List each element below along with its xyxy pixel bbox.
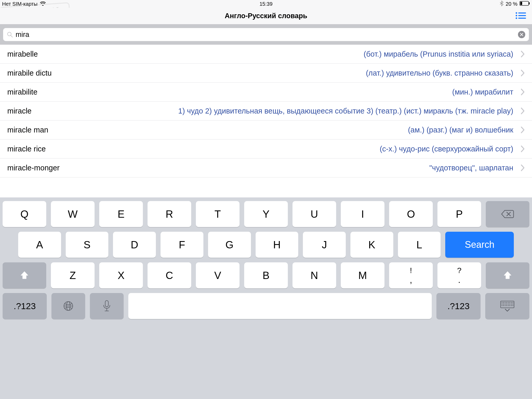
result-definition: (лат.) удивительно (букв. странно сказат… [57, 69, 513, 77]
search-input[interactable] [13, 31, 518, 39]
key-numbers-left[interactable]: .?123 [3, 293, 47, 319]
key-h[interactable]: H [256, 232, 298, 258]
globe-icon [63, 300, 74, 312]
key-i[interactable]: I [341, 201, 384, 227]
key-globe[interactable] [51, 293, 85, 319]
svg-point-7 [516, 17, 517, 19]
svg-rect-8 [518, 18, 526, 19]
microphone-icon [103, 300, 111, 312]
svg-rect-36 [508, 305, 509, 306]
key-p[interactable]: P [437, 201, 481, 227]
svg-rect-32 [502, 305, 502, 306]
clock: 15:39 [178, 1, 354, 7]
key-dictation[interactable] [90, 293, 124, 319]
key-g[interactable]: G [208, 232, 251, 258]
key-a[interactable]: A [18, 232, 61, 258]
svg-rect-1 [529, 2, 530, 4]
key-q[interactable]: Q [3, 201, 46, 227]
svg-rect-23 [513, 302, 513, 303]
onscreen-keyboard: QWERTYUIOP ASDFGHJKLSearch ZXCVBNM!,?. .… [0, 197, 532, 399]
svg-rect-17 [503, 302, 504, 303]
svg-rect-20 [508, 302, 509, 303]
key-o[interactable]: O [389, 201, 433, 227]
svg-rect-39 [513, 305, 513, 306]
key-shift-left[interactable] [3, 262, 46, 288]
key-j[interactable]: J [303, 232, 346, 258]
key-r[interactable]: R [148, 201, 191, 227]
chevron-right-icon [521, 126, 525, 134]
chevron-right-icon [521, 50, 525, 58]
result-definition: (ам.) (разг.) (маг и) волшебник [54, 126, 513, 134]
result-definition: (с-х.) чудо-рис (сверхурожайный сорт) [51, 145, 513, 153]
result-row[interactable]: miracle-monger"чудотворец", шарлатан [0, 158, 532, 177]
key-s[interactable]: S [66, 232, 109, 258]
key-t[interactable]: T [196, 201, 240, 227]
wifi-icon [40, 1, 46, 7]
key-numbers-right[interactable]: .?123 [436, 293, 481, 319]
key-w[interactable]: W [51, 201, 95, 227]
key-d[interactable]: D [113, 232, 156, 258]
svg-rect-31 [513, 304, 513, 304]
key-f[interactable]: F [161, 232, 203, 258]
search-field[interactable] [3, 28, 529, 41]
key-hide-keyboard[interactable] [485, 293, 529, 319]
svg-rect-14 [105, 301, 108, 307]
shift-icon [19, 270, 30, 281]
svg-rect-30 [511, 304, 512, 304]
clear-search-button[interactable] [518, 31, 525, 38]
result-definition: (мин.) мирабилит [43, 88, 513, 96]
battery-icon [520, 1, 530, 7]
svg-rect-16 [502, 302, 502, 303]
shift-icon [502, 270, 513, 281]
key-l[interactable]: L [398, 232, 441, 258]
key-u[interactable]: U [292, 201, 336, 227]
search-bar [0, 24, 532, 45]
result-term: mirabilite [7, 88, 37, 96]
key-y[interactable]: Y [244, 201, 288, 227]
result-row[interactable]: mirabelle(бот.) мирабель (Prunus institi… [0, 45, 532, 64]
result-term: miracle-monger [7, 164, 59, 172]
result-row[interactable]: mirabilite(мин.) мирабилит [0, 83, 532, 102]
result-definition: 1) чудо 2) удивительная вещь, выдающееся… [37, 107, 513, 115]
svg-rect-15 [501, 301, 514, 308]
key-comma[interactable]: !, [389, 262, 433, 288]
key-m[interactable]: M [341, 262, 384, 288]
key-v[interactable]: V [196, 262, 240, 288]
result-row[interactable]: miracle rice(с-х.) чудо-рис (сверхурожай… [0, 139, 532, 158]
svg-rect-22 [511, 302, 512, 303]
key-search[interactable]: Search [445, 232, 514, 258]
key-c[interactable]: C [148, 262, 191, 288]
key-space[interactable] [128, 293, 432, 319]
key-e[interactable]: E [99, 201, 143, 227]
svg-rect-18 [505, 302, 506, 303]
svg-rect-4 [518, 12, 526, 14]
result-row[interactable]: miracle1) чудо 2) удивительная вещь, выд… [0, 102, 532, 121]
key-period[interactable]: ?. [437, 262, 481, 288]
result-term: miracle man [7, 126, 48, 134]
svg-rect-26 [505, 304, 506, 304]
svg-rect-27 [506, 304, 507, 304]
carrier-label: Нет SIM-карты [2, 1, 37, 7]
key-shift-right[interactable] [486, 262, 529, 288]
svg-rect-6 [518, 15, 526, 16]
svg-point-5 [516, 15, 517, 16]
svg-rect-21 [509, 302, 510, 303]
hide-keyboard-icon [500, 300, 515, 312]
battery-text: 20 % [506, 1, 517, 7]
svg-line-10 [11, 35, 12, 37]
result-row[interactable]: miracle man(ам.) (разг.) (маг и) волшебн… [0, 121, 532, 139]
key-z[interactable]: Z [51, 262, 95, 288]
key-k[interactable]: K [350, 232, 393, 258]
history-list-button[interactable] [515, 12, 526, 21]
svg-rect-29 [509, 304, 510, 304]
chevron-right-icon [521, 145, 525, 152]
nav-bar: Англо-Русский словарь [0, 8, 532, 24]
key-backspace[interactable] [486, 201, 529, 227]
key-n[interactable]: N [292, 262, 336, 288]
key-x[interactable]: X [99, 262, 143, 288]
key-b[interactable]: B [244, 262, 288, 288]
result-row[interactable]: mirabile dictu(лат.) удивительно (букв. … [0, 64, 532, 83]
result-definition: "чудотворец", шарлатан [65, 164, 513, 172]
svg-rect-37 [509, 305, 510, 306]
bluetooth-icon [500, 1, 503, 8]
